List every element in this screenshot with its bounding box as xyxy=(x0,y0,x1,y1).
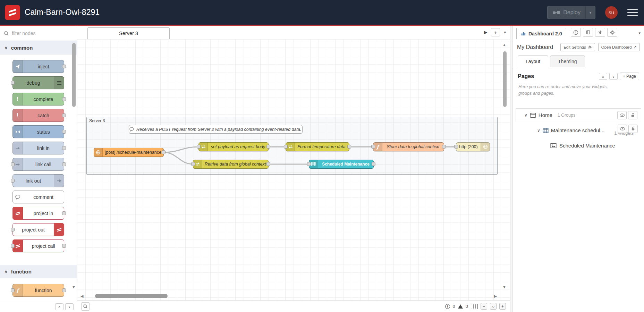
deploy-options-caret[interactable]: ▾ xyxy=(585,6,595,19)
palette-node-link-out[interactable]: link out xyxy=(12,174,64,187)
canvas-horizontal-scrollbar[interactable] xyxy=(95,294,168,298)
input-port[interactable] xyxy=(11,162,15,166)
canvas-scroll-up-icon[interactable]: ▲ xyxy=(502,43,506,47)
output-port[interactable] xyxy=(62,146,66,150)
palette-node-status[interactable]: status xyxy=(12,125,64,138)
output-port[interactable] xyxy=(347,145,351,149)
output-port[interactable] xyxy=(62,244,66,248)
canvas-scroll-right-icon[interactable]: ▶ xyxy=(494,294,497,298)
canvas-scroll-left-icon[interactable]: ◀ xyxy=(80,294,83,298)
tab-theming[interactable]: Theming xyxy=(550,56,585,67)
palette-category-function[interactable]: ∨ function xyxy=(0,265,77,278)
palette-node-project-call[interactable]: project call xyxy=(12,239,64,252)
input-port[interactable] xyxy=(11,244,15,248)
palette-collapse-all-button[interactable]: ∧ xyxy=(55,303,63,310)
add-flow-button[interactable]: + xyxy=(491,28,500,36)
input-port[interactable] xyxy=(307,162,311,166)
tree-row-maintenance-group[interactable]: ∨ Maintenance schedul... 1 Widgets xyxy=(516,122,641,139)
http-in-node[interactable]: [post] /schedule-maintenance xyxy=(94,148,164,157)
chevron-down-icon[interactable]: ∨ xyxy=(537,128,540,133)
input-port[interactable] xyxy=(371,145,375,149)
palette-node-inject[interactable]: inject xyxy=(12,60,64,73)
input-port[interactable] xyxy=(197,145,201,149)
chevron-down-icon[interactable]: ∨ xyxy=(524,113,527,118)
palette-node-project-out[interactable]: project out xyxy=(12,223,64,236)
canvas-vertical-scrollbar[interactable] xyxy=(503,51,507,107)
output-port[interactable] xyxy=(62,162,66,166)
palette-scroll-down-icon[interactable]: ▼ xyxy=(72,285,76,289)
input-port[interactable] xyxy=(11,179,15,183)
navigator-toggle-button[interactable] xyxy=(471,304,478,309)
canvas-search-button[interactable] xyxy=(81,302,90,311)
zoom-in-button[interactable]: + xyxy=(499,303,506,310)
wire[interactable] xyxy=(164,152,193,164)
palette-scrollbar-thumb[interactable] xyxy=(72,43,76,107)
function-node-store-global[interactable]: ƒ Store data to global context xyxy=(373,142,444,151)
change-node-set-payload[interactable]: set payload as request body xyxy=(198,142,269,151)
visibility-toggle-button[interactable] xyxy=(617,111,627,119)
palette-expand-all-button[interactable]: ∨ xyxy=(65,303,74,310)
zoom-out-button[interactable]: − xyxy=(481,303,487,310)
palette-node-function[interactable]: ƒ function xyxy=(12,284,64,297)
lock-toggle-button[interactable] xyxy=(628,125,638,133)
input-port[interactable] xyxy=(11,288,15,292)
output-port[interactable] xyxy=(372,162,375,166)
flow-canvas[interactable]: Server 3 Receives a POST request from Se… xyxy=(77,39,510,300)
deploy-button[interactable]: Deploy ▾ xyxy=(547,6,595,19)
info-tab-button[interactable] xyxy=(571,28,581,37)
http-response-node[interactable]: http (200) xyxy=(456,142,490,151)
comment-node[interactable]: Receives a POST request from Server 2 wi… xyxy=(129,125,303,134)
tree-row-scheduled-maintenance-widget[interactable]: Scheduled Maintenance xyxy=(516,139,641,153)
input-port[interactable] xyxy=(11,81,15,85)
main-menu-button[interactable] xyxy=(627,9,638,16)
config-tab-button[interactable] xyxy=(607,28,617,37)
lock-toggle-button[interactable] xyxy=(628,111,637,119)
output-port[interactable] xyxy=(62,288,66,292)
zoom-reset-button[interactable]: ○ xyxy=(490,303,497,310)
ui-table-node[interactable]: Scheduled Maintenance xyxy=(309,160,374,169)
move-page-up-button[interactable]: ∧ xyxy=(599,73,607,80)
output-port[interactable] xyxy=(442,145,446,149)
move-page-down-button[interactable]: ∨ xyxy=(609,73,618,80)
palette-node-complete[interactable]: ! complete xyxy=(12,93,64,106)
output-port[interactable] xyxy=(62,65,66,68)
output-port[interactable] xyxy=(62,211,66,215)
visibility-toggle-button[interactable] xyxy=(618,125,627,133)
user-avatar[interactable]: su xyxy=(605,6,618,19)
input-port[interactable] xyxy=(454,145,458,149)
palette-node-link-call[interactable]: link call xyxy=(12,158,64,171)
tab-dashboard-2[interactable]: Dashboard 2.0 xyxy=(516,28,566,39)
canvas-scroll-down-icon[interactable]: ▼ xyxy=(502,285,506,289)
run-flow-icon[interactable]: ▶ xyxy=(484,30,487,35)
change-node-retrieve-global[interactable]: Retrive data from global context xyxy=(193,160,269,169)
output-port[interactable] xyxy=(62,130,66,134)
wire[interactable] xyxy=(164,147,198,152)
help-tab-button[interactable] xyxy=(583,28,593,37)
palette-node-comment[interactable]: comment xyxy=(12,191,64,203)
flow-list-caret[interactable]: ▾ xyxy=(504,30,506,35)
output-port[interactable] xyxy=(162,150,166,154)
input-port[interactable] xyxy=(11,228,15,231)
tree-row-home[interactable]: ∨ Home 1 Groups xyxy=(516,108,641,122)
sidebar-splitter[interactable] xyxy=(510,26,513,312)
debug-tab-button[interactable] xyxy=(595,28,605,37)
sidebar-tabs-caret[interactable]: ▾ xyxy=(638,31,641,35)
output-port[interactable] xyxy=(62,113,66,117)
palette-node-debug[interactable]: debug xyxy=(12,76,64,89)
add-page-button[interactable]: + Page xyxy=(620,73,639,80)
input-port[interactable] xyxy=(284,145,288,149)
tab-layout[interactable]: Layout xyxy=(518,56,548,67)
change-node-format-temperature[interactable]: Format temperature data. xyxy=(286,142,349,151)
palette-node-project-in[interactable]: project in xyxy=(12,207,64,220)
flow-tab-server-3[interactable]: Server 3 xyxy=(87,27,170,39)
palette-node-catch[interactable]: ! catch xyxy=(12,109,64,122)
edit-settings-button[interactable]: Edit Settings xyxy=(560,43,595,51)
palette-node-link-in[interactable]: link in xyxy=(12,142,64,154)
palette-category-common[interactable]: ∨ common xyxy=(0,41,77,54)
input-port[interactable] xyxy=(191,162,195,166)
open-dashboard-button[interactable]: Open Dashboard ↗ xyxy=(598,43,640,51)
output-port[interactable] xyxy=(266,145,270,149)
output-port[interactable] xyxy=(62,97,66,101)
output-port[interactable] xyxy=(266,162,270,166)
palette-filter-input[interactable] xyxy=(12,31,64,36)
